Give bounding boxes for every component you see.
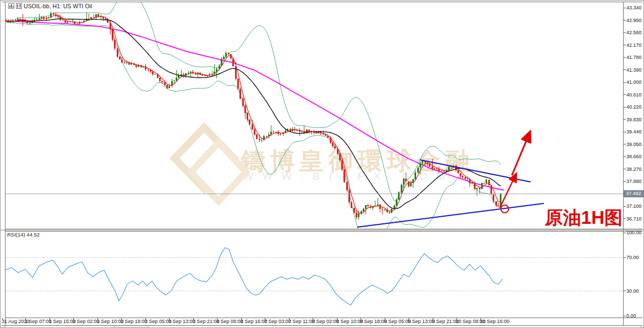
time-label: 3 Sep 05:00 [145,319,172,324]
time-label: 3 Sep 13:00 [168,319,195,324]
rsi-scale-label: 100.00 [626,230,642,235]
watermark-logo [174,127,246,201]
up-arrow-2[interactable] [512,132,530,175]
ma-fast-line [6,15,501,213]
time-label: 8 Sep 18:00 [360,319,387,324]
rsi-scale-label: 30.00 [626,288,639,294]
chart-window: 鑄博皇御環球金融 WWW.BIBFX.COM USOIL-bb, H1: US … [0,0,644,328]
bollinger-upper-band [6,1,501,201]
time-label: 1 Sep 15:00 [49,319,76,324]
time-label: 4 Sep 16:00 [241,319,268,324]
ma-mid-line [6,19,501,209]
rsi-scale-label: 70.00 [626,255,639,260]
price-chart-canvas[interactable] [1,1,643,327]
time-label: 2 Sep 10:00 [97,319,124,324]
lower-trendline[interactable] [357,203,544,227]
time-label: 7 Sep 03:00 [264,319,291,324]
up-arrow-1[interactable] [500,174,516,208]
time-label: 9 Sep 21:00 [432,319,459,324]
bollinger-lower-band [6,22,501,245]
time-label: 2 Sep 02:00 [73,319,100,324]
time-label: 3 Sep 21:00 [193,319,220,324]
rsi-scale[interactable]: 100.0070.0030.000.00 [624,1,644,325]
candlestick-icon [16,3,22,9]
time-label: 8 Sep 02:00 [312,319,339,324]
pane-borders [2,2,642,326]
annotation-text: 原油1H图 [529,206,623,230]
current-price-badge: 37.492 [623,190,644,197]
rsi-indicator-label: RSI(14) 44.52 [7,232,40,238]
bar-chart-icon [8,3,14,9]
chart-title-bar: USOIL-bb, H1: US WTI Oil [8,3,92,9]
time-label: 9 Sep 05:00 [384,319,411,324]
time-label: 10 Sep 16:00 [480,319,510,324]
chart-title: USOIL-bb, H1: US WTI Oil [24,3,92,9]
time-label: 8 Sep 10:00 [336,319,363,324]
time-label: 1 Sep 07:00 [25,319,52,324]
time-label: 2 Sep 18:00 [121,319,148,324]
time-label: 9 Sep 13:00 [408,319,435,324]
time-scale[interactable]: 31 Aug 20201 Sep 07:001 Sep 15:002 Sep 0… [1,318,643,325]
time-label: 7 Sep 11:00 [288,319,315,324]
time-label: 4 Sep 08:00 [216,319,243,324]
rsi-line [5,248,503,305]
candles [6,12,502,219]
